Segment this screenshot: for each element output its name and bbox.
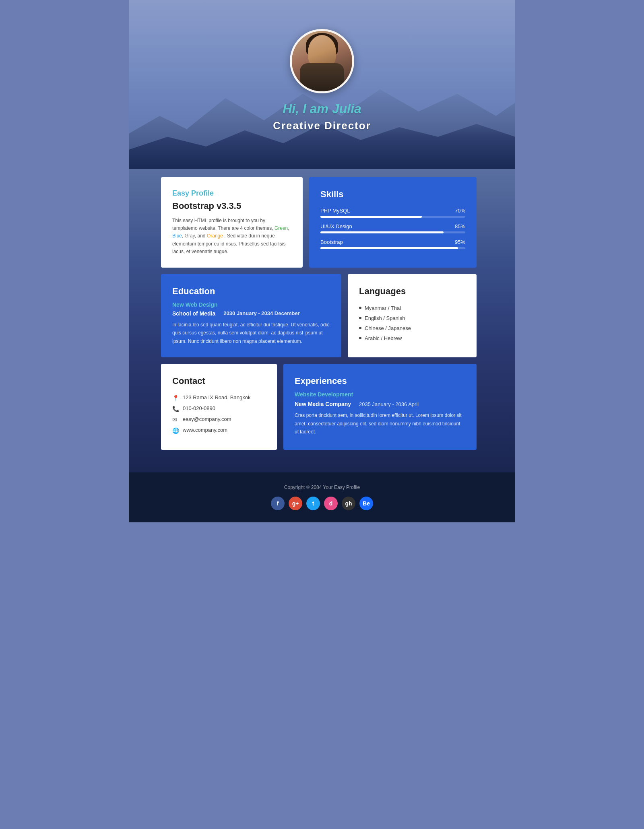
lang-bullet [359, 337, 361, 339]
footer-copyright: Copyright © 2084 Your Easy Profile [137, 485, 507, 490]
lang-name: Myanmar / Thai [365, 305, 401, 311]
language-item: Chinese / Japanese [359, 323, 465, 333]
link-green[interactable]: Green [275, 225, 288, 231]
edu-school-row: School of Media 2030 January - 2034 Dece… [172, 310, 330, 317]
social-icon-twitter[interactable]: t [306, 497, 320, 510]
skill-name: PHP MySQL [320, 208, 350, 214]
lang-name: Arabic / Hebrew [365, 335, 402, 341]
skill-bar-fill [320, 247, 458, 249]
profile-card-title: Easy Profile [172, 189, 291, 198]
address-text: 123 Rama IX Road, Bangkok [183, 394, 250, 400]
exp-dates: 2035 January - 2036 April [359, 401, 419, 407]
avatar [290, 29, 354, 93]
phone-text: 010-020-0890 [183, 405, 215, 411]
profile-card-subtitle: Bootstrap v3.3.5 [172, 201, 291, 211]
social-icon-github[interactable]: gh [342, 497, 355, 510]
experiences-card: Experiences Website Development New Medi… [283, 364, 477, 450]
contact-email: ✉ easy@company.com [172, 416, 266, 422]
education-card: Education New Web Design School of Media… [161, 274, 341, 357]
skill-bar-bg [320, 231, 465, 233]
profile-card-text: This easy HTML profile is brought to you… [172, 217, 291, 256]
main-content: Easy Profile Bootstrap v3.3.5 This easy … [129, 169, 515, 472]
languages-card: Languages Myanmar / ThaiEnglish / Spanis… [348, 274, 477, 357]
social-icon-behance[interactable]: Be [359, 497, 373, 510]
skill-percent: 95% [455, 239, 465, 245]
email-icon: ✉ [172, 417, 178, 422]
social-icon-facebook[interactable]: f [271, 497, 285, 510]
skill-name: UI/UX Design [320, 223, 352, 229]
lang-bullet [359, 327, 361, 329]
language-item: English / Spanish [359, 313, 465, 323]
email-text[interactable]: easy@company.com [183, 416, 231, 422]
contact-address: 📍 123 Rama IX Road, Bangkok [172, 394, 266, 400]
experiences-title: Experiences [295, 376, 465, 386]
globe-icon: 🌐 [172, 427, 178, 433]
exp-subtitle: Website Development [295, 391, 465, 398]
language-item: Arabic / Hebrew [359, 333, 465, 343]
row-1: Easy Profile Bootstrap v3.3.5 This easy … [161, 177, 483, 268]
social-icon-dribbble[interactable]: d [324, 497, 338, 510]
skill-name: Bootstrap [320, 239, 343, 245]
skill-item: PHP MySQL 70% [320, 208, 465, 218]
lang-name: Chinese / Japanese [365, 325, 411, 331]
skill-percent: 85% [455, 223, 465, 229]
link-orange[interactable]: Orange [207, 233, 223, 239]
languages-list: Myanmar / ThaiEnglish / SpanishChinese /… [359, 303, 465, 343]
hero-title: Creative Director [273, 120, 371, 132]
social-icon-google-plus[interactable]: g+ [289, 497, 302, 510]
lang-bullet [359, 317, 361, 319]
skills-list: PHP MySQL 70% UI/UX Design 85% Bootstrap… [320, 208, 465, 249]
edu-subtitle: New Web Design [172, 301, 330, 308]
avatar-image [292, 31, 352, 91]
location-icon: 📍 [172, 395, 178, 400]
lang-bullet [359, 307, 361, 309]
profile-card: Easy Profile Bootstrap v3.3.5 This easy … [161, 177, 303, 268]
contact-card: Contact 📍 123 Rama IX Road, Bangkok 📞 01… [161, 364, 277, 450]
skill-bar-bg [320, 247, 465, 249]
skill-bar-bg [320, 216, 465, 218]
education-title: Education [172, 286, 330, 297]
skill-item: Bootstrap 95% [320, 239, 465, 249]
skill-label-row: Bootstrap 95% [320, 239, 465, 245]
edu-dates: 2030 January - 2034 December [223, 310, 299, 316]
skill-label-row: UI/UX Design 85% [320, 223, 465, 229]
footer: Copyright © 2084 Your Easy Profile fg+td… [129, 472, 515, 522]
hero-greeting: Hi, I am Julia [283, 101, 361, 116]
avatar-body [300, 63, 344, 91]
languages-title: Languages [359, 286, 465, 297]
skills-card: Skills PHP MySQL 70% UI/UX Design 85% Bo… [309, 177, 477, 268]
exp-company: New Media Company [295, 401, 351, 407]
skill-bar-fill [320, 216, 422, 218]
language-item: Myanmar / Thai [359, 303, 465, 313]
link-gray[interactable]: Gray [185, 233, 195, 239]
skill-item: UI/UX Design 85% [320, 223, 465, 233]
hero-section: Hi, I am Julia Creative Director [129, 0, 515, 169]
exp-text: Cras porta tincidunt sem, in sollicitudi… [295, 411, 465, 436]
skill-bar-fill [320, 231, 444, 233]
exp-company-row: New Media Company 2035 January - 2036 Ap… [295, 401, 465, 407]
edu-text: In lacinia leo sed quam feugiat, ac effi… [172, 321, 330, 345]
skill-percent: 70% [455, 208, 465, 214]
website-text[interactable]: www.company.com [183, 427, 227, 433]
contact-website: 🌐 www.company.com [172, 427, 266, 433]
row-3: Contact 📍 123 Rama IX Road, Bangkok 📞 01… [161, 364, 483, 450]
edu-school: School of Media [172, 310, 215, 317]
contact-phone: 📞 010-020-0890 [172, 405, 266, 411]
contact-title: Contact [172, 376, 266, 386]
phone-icon: 📞 [172, 406, 178, 411]
row-2: Education New Web Design School of Media… [161, 274, 483, 357]
skill-label-row: PHP MySQL 70% [320, 208, 465, 214]
social-icons: fg+tdghBe [137, 497, 507, 510]
link-blue[interactable]: Blue [172, 233, 182, 239]
lang-name: English / Spanish [365, 315, 405, 321]
skills-title: Skills [320, 189, 465, 200]
